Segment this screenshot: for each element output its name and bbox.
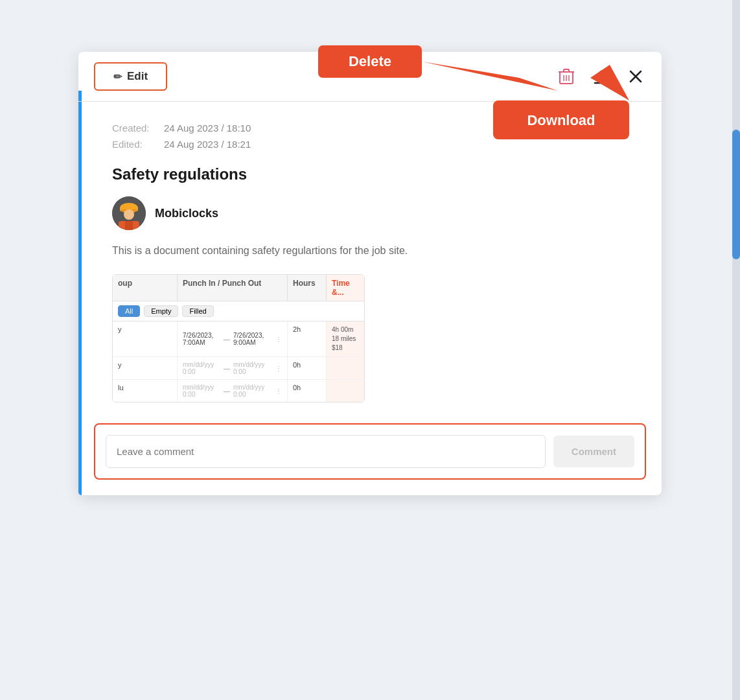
cell-time bbox=[327, 357, 365, 379]
close-icon bbox=[628, 69, 643, 84]
cell-hours: 2h bbox=[288, 321, 327, 356]
comment-button[interactable]: Comment bbox=[553, 436, 634, 467]
table-body: y 7/26/2023, 7:00AM — 7/26/2023, 9:00AM … bbox=[113, 321, 364, 402]
avatar bbox=[112, 196, 146, 230]
comment-input[interactable] bbox=[106, 435, 546, 468]
page-background: Delete Download ✏ Edit bbox=[0, 0, 740, 700]
created-label: Created: bbox=[112, 122, 164, 134]
col-punch: Punch In / Punch Out bbox=[178, 275, 288, 301]
col-time: Time &... bbox=[327, 275, 365, 301]
scrollbar-thumb[interactable] bbox=[732, 130, 740, 259]
edited-label: Edited: bbox=[112, 139, 164, 150]
filter-empty[interactable]: Empty bbox=[144, 305, 178, 317]
cell-time: 4h 00m18 miles$18 bbox=[327, 321, 365, 356]
created-row: Created: 24 Aug 2023 / 18:10 bbox=[112, 122, 636, 134]
delete-button[interactable] bbox=[555, 65, 577, 88]
cell-group: y bbox=[113, 321, 178, 356]
toolbar-icons bbox=[555, 65, 646, 88]
filter-all[interactable]: All bbox=[118, 305, 140, 317]
svg-point-20 bbox=[124, 209, 134, 220]
cell-punch: 7/26/2023, 7:00AM — 7/26/2023, 9:00AM ⋮ bbox=[178, 321, 288, 356]
upload-icon bbox=[593, 67, 610, 86]
created-value: 24 Aug 2023 / 18:10 bbox=[164, 122, 251, 134]
cell-hours: 0h bbox=[288, 357, 327, 379]
filter-row: All Empty Filled bbox=[113, 301, 364, 321]
table-row: y 7/26/2023, 7:00AM — 7/26/2023, 9:00AM … bbox=[113, 321, 364, 357]
cell-time bbox=[327, 380, 365, 402]
preview-table: oup Punch In / Punch Out Hours Time &...… bbox=[112, 274, 365, 402]
document-panel: Delete Download ✏ Edit bbox=[78, 52, 662, 495]
edit-label: Edit bbox=[127, 70, 148, 83]
author-row: Mobiclocks bbox=[112, 196, 636, 230]
cell-group: y bbox=[113, 357, 178, 379]
filter-filled[interactable]: Filled bbox=[182, 305, 213, 317]
cell-group: lu bbox=[113, 380, 178, 402]
trash-icon bbox=[558, 67, 575, 86]
scrollbar[interactable] bbox=[732, 0, 740, 700]
pencil-icon: ✏ bbox=[113, 71, 122, 83]
col-group: oup bbox=[113, 275, 178, 301]
edited-row: Edited: 24 Aug 2023 / 18:21 bbox=[112, 139, 636, 150]
table-row: lu mm/dd/yyy 0:00 — mm/dd/yyy 0:00 ⋮ 0h bbox=[113, 380, 364, 402]
table-header: oup Punch In / Punch Out Hours Time &... bbox=[113, 275, 364, 301]
document-description: This is a document containing safety reg… bbox=[112, 243, 636, 259]
edited-value: 24 Aug 2023 / 18:21 bbox=[164, 139, 251, 150]
svg-rect-8 bbox=[564, 69, 569, 72]
avatar-image bbox=[112, 196, 146, 230]
author-name: Mobiclocks bbox=[155, 207, 218, 220]
upload-button[interactable] bbox=[590, 65, 612, 88]
col-hours: Hours bbox=[288, 275, 327, 301]
cell-punch: mm/dd/yyy 0:00 — mm/dd/yyy 0:00 ⋮ bbox=[178, 380, 288, 402]
document-title: Safety regulations bbox=[112, 165, 636, 183]
cell-punch: mm/dd/yyy 0:00 — mm/dd/yyy 0:00 ⋮ bbox=[178, 357, 288, 379]
svg-rect-22 bbox=[125, 221, 133, 230]
document-content: Created: 24 Aug 2023 / 18:10 Edited: 24 … bbox=[78, 102, 662, 423]
cell-hours: 0h bbox=[288, 380, 327, 402]
toolbar: ✏ Edit bbox=[78, 52, 662, 102]
edit-button[interactable]: ✏ Edit bbox=[94, 62, 167, 91]
close-button[interactable] bbox=[625, 66, 646, 87]
comment-area: Comment bbox=[94, 423, 646, 480]
table-row: y mm/dd/yyy 0:00 — mm/dd/yyy 0:00 ⋮ 0h bbox=[113, 357, 364, 380]
